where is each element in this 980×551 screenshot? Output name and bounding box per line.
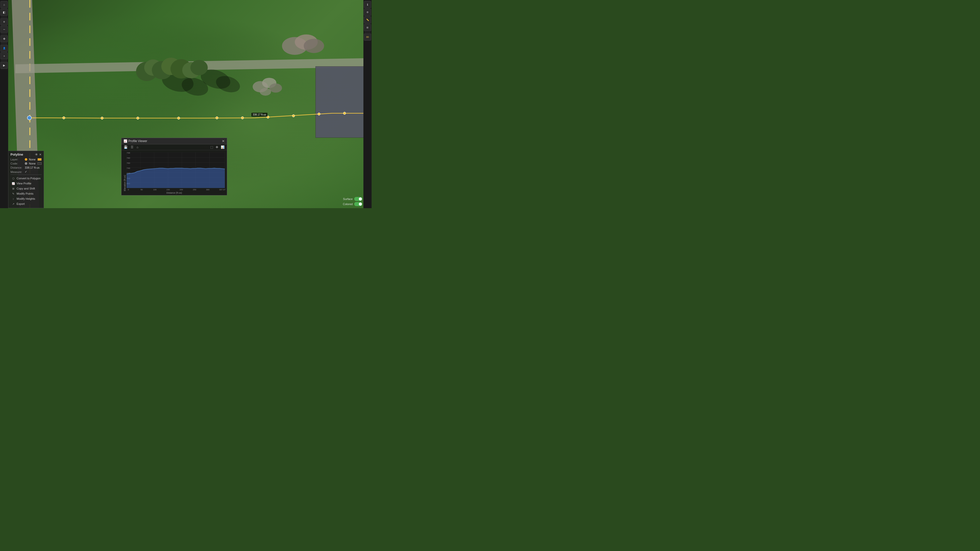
toolbar-btn-home[interactable]: ⌂ xyxy=(0,1,8,8)
profile-title-text: Profile Viewer xyxy=(128,139,147,143)
convert-to-polygon-item[interactable]: ⬡ Convert to Polygon xyxy=(11,176,41,181)
colored-toggle[interactable] xyxy=(354,202,363,206)
toolbar-separator-3 xyxy=(1,43,7,44)
distance-value: 338.17 ft-us xyxy=(25,166,40,169)
copy-and-shift-label: Copy and Shift xyxy=(17,187,35,190)
elevation-chart: 796 780 760 740 720 700 682 xyxy=(127,152,225,188)
bottom-right-controls: Surface Colored xyxy=(343,197,363,206)
svg-text:796: 796 xyxy=(127,152,130,154)
layer-label: Layer: xyxy=(11,158,23,161)
measure-value: ✓ xyxy=(25,170,27,173)
toolbar-separator-4 xyxy=(1,60,7,61)
view-profile-item[interactable]: 📈 View Profile xyxy=(11,181,41,186)
surface-control-row: Surface xyxy=(343,197,363,201)
y-axis-label: Elevation (ft-us) xyxy=(124,152,126,191)
modify-heights-item[interactable]: ↕ Modify Heights xyxy=(11,196,41,201)
chart-area: Elevation (ft-us) xyxy=(121,150,227,195)
surface-label: Surface xyxy=(343,197,353,200)
colored-control-row: Colored xyxy=(343,202,363,206)
x-tick-0: 0 xyxy=(127,189,130,191)
toolbar-btn-users[interactable]: 👤 xyxy=(0,44,8,52)
convert-to-polygon-label: Convert to Polygon xyxy=(17,177,41,180)
code-label: Code: xyxy=(11,162,23,165)
profile-home-button[interactable]: ⌂ xyxy=(136,145,139,149)
svg-text:780: 780 xyxy=(127,157,130,159)
layer-color-dot xyxy=(25,158,27,161)
surface-toggle-knob xyxy=(359,197,362,200)
x-axis-label: Distance (ft-us) xyxy=(124,192,225,194)
profile-toolbar-left: 💾 ☰ ⌂ xyxy=(123,145,139,149)
chart-inner[interactable]: 796 780 760 740 720 700 682 0 50 100 xyxy=(127,152,225,191)
left-toolbar: ⌂ ◧ + − ✥ 👤 ＋ ▶ xyxy=(0,0,8,208)
layer-color-swatch[interactable] xyxy=(38,158,41,161)
toolbar-btn-zoom-in[interactable]: + xyxy=(0,18,8,25)
export-icon: ↗ xyxy=(11,202,15,206)
x-tick-max: 337.07 xyxy=(219,189,225,191)
code-value: None xyxy=(29,162,35,165)
profile-toolbar-right: ⬚ ✥ 📊 xyxy=(210,145,225,149)
export-item[interactable]: ↗ Export xyxy=(11,201,41,206)
modify-heights-label: Modify Heights xyxy=(17,197,35,200)
x-tick-50: 50 xyxy=(140,189,143,191)
toolbar-separator-2 xyxy=(1,34,7,34)
modify-points-label: Modify Points xyxy=(17,192,33,195)
visibility-icon[interactable]: 👁 xyxy=(35,153,38,156)
x-tick-100: 100 xyxy=(153,189,157,191)
measure-label: Measure: xyxy=(11,170,23,173)
profile-title-icon: 📈 xyxy=(124,139,127,143)
toolbar-btn-layers[interactable]: ◧ xyxy=(0,9,8,16)
chart-container: Elevation (ft-us) xyxy=(124,152,225,191)
svg-marker-55 xyxy=(127,168,225,188)
modify-points-item[interactable]: ✎ Modify Points xyxy=(11,191,41,196)
right-toolbar: ℹ ⚙ 📏 ⊞ 3D xyxy=(363,0,372,208)
x-tick-200: 200 xyxy=(180,189,183,191)
measure-row: Measure: ✓ xyxy=(11,170,41,173)
x-tick-150: 150 xyxy=(166,189,170,191)
copy-and-shift-icon: ⊞ xyxy=(11,187,15,190)
svg-text:740: 740 xyxy=(127,167,130,169)
distance-label: Distance: xyxy=(11,166,23,169)
polyline-panel: Polyline 👁 ✕ Layer: None Code: None Dist… xyxy=(8,151,44,208)
toolbar-btn-play[interactable]: ▶ xyxy=(0,62,8,69)
toolbar-btn-settings1[interactable]: ⚙ xyxy=(364,9,371,16)
surface-toggle[interactable] xyxy=(354,197,363,201)
profile-save-button[interactable]: 💾 xyxy=(123,145,128,149)
toolbar-btn-zoom-out[interactable]: − xyxy=(0,26,8,33)
svg-text:760: 760 xyxy=(127,162,130,164)
profile-viewer-title: 📈 Profile Viewer xyxy=(124,139,147,143)
toolbar-btn-add[interactable]: ＋ xyxy=(0,52,8,59)
profile-viewer-close-button[interactable]: ✕ xyxy=(222,139,225,143)
copy-and-shift-item[interactable]: ⊞ Copy and Shift xyxy=(11,186,41,191)
panel-icons: 👁 ✕ xyxy=(35,153,41,156)
profile-viewer: 📈 Profile Viewer ✕ 💾 ☰ ⌂ ⬚ ✥ 📊 Elevation… xyxy=(121,138,227,195)
convert-to-polygon-icon: ⬡ xyxy=(11,176,15,180)
toolbar-btn-layers2[interactable]: ⊞ xyxy=(364,24,371,31)
colored-toggle-knob xyxy=(359,203,362,206)
profile-menu-button[interactable]: ☰ xyxy=(130,145,134,149)
toolbar-btn-pan[interactable]: ✥ xyxy=(0,35,8,42)
context-menu: ⬡ Convert to Polygon 📈 View Profile ⊞ Co… xyxy=(11,175,41,206)
profile-select-button[interactable]: ⬚ xyxy=(210,145,214,149)
delete-icon[interactable]: ✕ xyxy=(39,153,41,156)
modify-heights-icon: ↕ xyxy=(11,197,15,200)
layer-row: Layer: None xyxy=(11,158,41,161)
distance-row: Distance: 338.17 ft-us xyxy=(11,166,41,169)
x-tick-250: 250 xyxy=(192,189,196,191)
code-color-dot xyxy=(25,162,27,165)
building xyxy=(315,66,372,138)
view-profile-icon: 📈 xyxy=(11,182,15,185)
polyline-panel-header: Polyline 👁 ✕ xyxy=(11,152,41,156)
toolbar-separator-1 xyxy=(1,17,7,17)
profile-viewer-header[interactable]: 📈 Profile Viewer ✕ xyxy=(121,138,227,144)
polyline-panel-title: Polyline xyxy=(11,152,23,156)
code-color-swatch[interactable] xyxy=(38,162,41,165)
x-tick-300: 300 xyxy=(206,189,210,191)
profile-pan-button[interactable]: ✥ xyxy=(215,145,219,149)
toolbar-btn-ruler[interactable]: 📏 xyxy=(364,16,371,24)
profile-chart-options-button[interactable]: 📊 xyxy=(220,145,225,149)
code-row: Code: None xyxy=(11,162,41,165)
profile-viewer-toolbar: 💾 ☰ ⌂ ⬚ ✥ 📊 xyxy=(121,144,227,150)
toolbar-btn-info[interactable]: ℹ xyxy=(364,1,371,8)
toolbar-btn-3d[interactable]: 3D xyxy=(364,33,371,41)
colored-label: Colored xyxy=(343,203,353,206)
